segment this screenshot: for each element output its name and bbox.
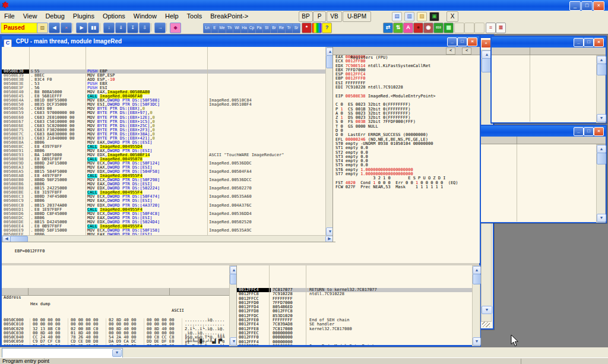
disasm-row[interactable]: 00508E75.C683 F3020000 00MOV BYTE PTR DS… <box>2 128 325 132</box>
help-icon[interactable]: ? <box>322 23 332 33</box>
disasm-row[interactable]: 00508E8C.E8 4397F8FFCALL ImageRed.004955… <box>2 145 325 149</box>
stack-row[interactable]: 0012FFF800508E38ImageRed.<ModuleEntryPoi… <box>237 344 473 345</box>
comment-window-top-titlebar[interactable]: _ □ × <box>492 37 606 48</box>
pause-button[interactable]: ▮▮ <box>88 23 99 33</box>
toolbar-tab-re[interactable]: Re <box>277 23 286 33</box>
scroll-up-icon[interactable]: ▲ <box>597 145 606 153</box>
options-icon[interactable]: * <box>302 23 312 33</box>
main-titlebar[interactable]: ✱ _ □ × <box>0 0 608 11</box>
go-to-button[interactable]: ◆ <box>170 23 181 33</box>
stop-icon[interactable]: ● <box>413 23 423 33</box>
sync-icon[interactable]: ⇄ <box>383 23 393 33</box>
combobox-dropdown-icon[interactable]: ▼ <box>112 349 122 357</box>
minimize-button[interactable]: _ <box>569 1 581 11</box>
comment-window-middle[interactable]: _ □ × Comment ▲ ▼ <box>479 125 607 223</box>
cpu-minimize-icon[interactable]: _ <box>447 37 457 46</box>
empty-toolbar-button[interactable] <box>454 23 464 33</box>
disasm-row[interactable]: 00508E50.8B35 DCF35000MOV ESI,DWORD PTR … <box>2 103 325 107</box>
disasm-row[interactable]: 00508EA3.8B06MOV EAX,DWORD PTR DS:[ESI] <box>2 166 325 170</box>
sliver-close-icon[interactable]: × <box>481 39 491 48</box>
restart-button[interactable]: ◀ <box>49 23 60 33</box>
run-button[interactable]: ▶ <box>76 23 87 33</box>
disasm-row[interactable]: 00508E67.C683 C5010000 00MOV BYTE PTR DS… <box>2 120 325 124</box>
disasm-row[interactable]: 00508E93.BA 14BF5000MOV EDX,ImageRed.005… <box>2 153 325 157</box>
disasm-row[interactable]: 00508E45.E8 56B1EFFFCALL ImageRed.00406F… <box>2 94 325 99</box>
animate-over-button[interactable]: ⇩ <box>139 23 150 33</box>
disasm-row[interactable]: 00508EA5.8B15 584F5000MOV EDX,DWORD PTR … <box>2 170 325 174</box>
cpu-window[interactable]: C CPU - main thread, module ImageRed _ □… <box>0 34 481 347</box>
disasm-row[interactable]: 00508ED1.E8 1E97F8FFCALL ImageRed.004955… <box>2 208 325 212</box>
scroll-down-icon[interactable]: ▼ <box>597 114 606 122</box>
close-program-button[interactable]: × <box>61 23 72 33</box>
registers-collapse-icon[interactable]: < <box>446 48 455 55</box>
stack-vscrollbar[interactable]: ▲ ▼ <box>472 265 480 346</box>
registers-pane[interactable]: Registers (FPU) < < EAX 00000000ECX 0012… <box>332 47 480 263</box>
dump-hex-header[interactable]: Hex dump <box>30 301 50 308</box>
menu-button-p[interactable]: P <box>313 11 326 22</box>
disasm-row[interactable]: 00508E9D.8B0D 24F15000MOV ECX,DWORD PTR … <box>2 162 325 166</box>
menu-item-breakpoint[interactable]: BreakPoint-> <box>206 11 252 21</box>
menu-button-bp[interactable]: BP <box>299 11 313 22</box>
console-icon[interactable]: ▣ <box>429 12 439 21</box>
appearance-icon[interactable] <box>312 23 322 33</box>
register-line[interactable]: EIP 00508E38 ImageRed.<ModuleEntryPoint> <box>333 94 480 99</box>
info-pane[interactable]: EBP=0012FFF0 <box>2 242 335 265</box>
disasm-row[interactable]: 00508E3E.53PUSH EBX <box>2 82 325 86</box>
empty-toolbar-button[interactable] <box>474 23 484 33</box>
scroll-down-icon[interactable]: ▼ <box>473 337 481 346</box>
comment-top-scrollbar[interactable]: ▲ ▼ <box>596 55 606 123</box>
disasm-row[interactable]: 00508EC9.8B06MOV EAX,DWORD PTR DS:[ESI] <box>2 199 325 203</box>
disasm-row[interactable]: 00508EDE.8B15 D4245000MOV EDX,DWORD PTR … <box>2 220 325 224</box>
menu-item-help[interactable]: Help <box>161 11 183 21</box>
disassembly-pane[interactable]: 00508E38$55PUSH EBP00508E39.8BECMOV EBP,… <box>2 47 325 235</box>
sort-icon[interactable]: ⇅ <box>393 23 403 33</box>
menu-item-plugins[interactable]: Plugins <box>69 11 99 21</box>
toolbar-tab-ln[interactable]: Ln <box>203 23 211 33</box>
toolbar-tab-wi[interactable]: Wi <box>233 23 241 33</box>
list-detail-icon[interactable]: ≣ <box>496 23 506 33</box>
disasm-row[interactable]: 00508E59.C683 97000000 00MOV BYTE PTR DS… <box>2 111 325 115</box>
dump-address-header[interactable]: Address <box>4 295 21 301</box>
stack-pane[interactable]: 0012FFC47C817077RETURN to kernel32.7C817… <box>236 265 473 345</box>
comment-middle-scrollbar[interactable]: ▲ ▼ <box>596 144 606 223</box>
book-icon[interactable]: ▥ <box>404 12 414 21</box>
hex-dump-pane[interactable]: Address Hex dump ASCII 0050C00000 00 00 … <box>2 265 236 345</box>
command-combobox[interactable]: ▼ <box>2 348 123 358</box>
toolbar-tab-cp[interactable]: Cp <box>248 23 256 33</box>
open-file-button[interactable]: ▨ <box>37 23 48 33</box>
menu-item-options[interactable]: Options <box>99 11 129 21</box>
close-icon[interactable]: × <box>594 38 604 47</box>
menu-close-group-button[interactable]: X <box>446 11 458 22</box>
folder-icon[interactable]: ▨ <box>417 12 427 21</box>
dump-ascii-header[interactable]: ASCII <box>172 308 184 314</box>
minimize-icon[interactable]: _ <box>574 38 584 47</box>
disasm-row[interactable]: 00508E40.B8 B0BA5000MOV EAX,ImageRed.005… <box>2 90 325 94</box>
maximize-icon[interactable]: □ <box>584 127 594 136</box>
disasm-row[interactable]: 00508E6E.C683 5C020000 00MOV BYTE PTR DS… <box>2 124 325 128</box>
comment-window-top[interactable]: _ □ × Comment ▲ ▼ <box>490 36 607 124</box>
disasm-row[interactable]: 00508E3B.83C4 F0ADD ESP,-10 <box>2 78 325 82</box>
scroll-up-icon[interactable]: ▲ <box>597 56 606 64</box>
scroll-down-icon[interactable]: ▼ <box>597 214 606 222</box>
cpu-titlebar[interactable]: C CPU - main thread, module ImageRed _ □… <box>2 36 479 47</box>
menu-item-view[interactable]: View <box>19 11 42 21</box>
scroll-up-icon[interactable]: ▲ <box>473 266 481 274</box>
close-button[interactable]: × <box>593 1 604 11</box>
disasm-row[interactable]: 00508EB0.8B0D 98F25000MOV ECX,DWORD PTR … <box>2 178 325 182</box>
disasm-row[interactable]: 00508EC3.8B0D 74F45000MOV ECX,DWORD PTR … <box>2 195 325 199</box>
step-over-button[interactable]: ⇓ <box>115 23 126 33</box>
window-icon[interactable]: ▦ <box>444 23 454 33</box>
toolbar-tab-st[interactable]: St <box>262 23 271 33</box>
maximize-icon[interactable]: □ <box>584 38 594 47</box>
register-line[interactable]: EDI 7C910228 ntdll.7C910228 <box>333 86 480 90</box>
resize-grip[interactable] <box>482 322 490 327</box>
disasm-row[interactable]: 00508E38$55PUSH EBP <box>2 69 325 74</box>
minimize-icon[interactable]: _ <box>574 127 584 136</box>
step-into-button[interactable]: ↓ <box>103 23 115 33</box>
menu-item-window[interactable]: Window <box>129 11 161 21</box>
disasm-row[interactable]: 00508ECB.8B15 20374A00MOV EDX,DWORD PTR … <box>2 204 325 208</box>
spiral-icon[interactable]: ◉ <box>423 23 433 33</box>
disasm-row[interactable]: 00508E56.C603 00MOV BYTE PTR DS:[EBX],0 <box>2 107 325 111</box>
disasm-row[interactable]: 00508E91.8B06MOV EAX,DWORD PTR DS:[ESI] <box>2 149 325 153</box>
register-line[interactable]: FCW 027F Prec NEAR,53 Mask 1 1 1 1 1 1 <box>333 185 480 189</box>
